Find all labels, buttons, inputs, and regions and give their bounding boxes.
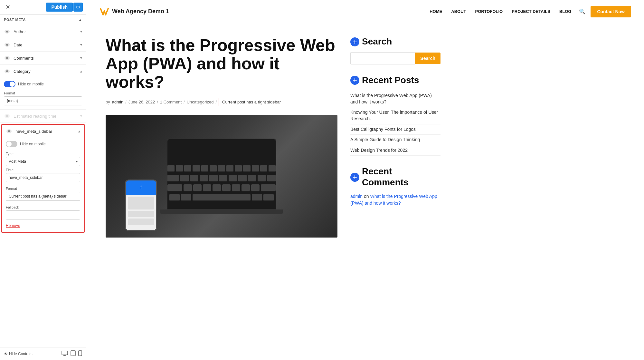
estimated-reading-row[interactable]: Estimated reading time ▾ — [0, 110, 86, 123]
settings-button[interactable]: ⚙ — [73, 3, 83, 12]
meta-separator-3: / — [184, 100, 185, 104]
neve-fallback-section: Fallback — [6, 205, 80, 222]
post-meta-header: POST META ▲ — [0, 15, 86, 25]
category-format-label: Format — [4, 91, 82, 95]
nav-about[interactable]: ABOUT — [451, 9, 466, 14]
search-input[interactable] — [350, 52, 415, 64]
recent-posts-list: What is the Progressive Web App (PWA) an… — [350, 91, 440, 156]
right-sidebar: Search Search Recent Posts What is the P… — [350, 36, 440, 347]
recent-post-item[interactable]: Best Calligraphy Fonts for Logos — [350, 124, 440, 135]
recent-post-item[interactable]: A Simple Guide to Design Thinking — [350, 135, 440, 145]
neve-field-section: Field — [6, 168, 80, 185]
top-bar: ✕ Publish ⚙ — [0, 0, 86, 15]
left-panel: ✕ Publish ⚙ POST META ▲ Author ▾ Date ▾ — [0, 0, 86, 360]
nav-portofolio[interactable]: PORTOFOLIO — [475, 9, 503, 14]
nav-blog[interactable]: BLOG — [559, 9, 572, 14]
neve-field-input[interactable] — [6, 173, 80, 182]
neve-hide-mobile-label: Hide on mobile — [20, 142, 46, 146]
bottom-bar: 👁 Hide Controls — [0, 347, 86, 360]
recent-comment-post-link[interactable]: What is the Progressive Web App (PWA) an… — [350, 194, 437, 206]
nav-project-details[interactable]: PROJECT DETAILS — [512, 9, 550, 14]
meta-separator-2: / — [157, 100, 158, 104]
nav-home[interactable]: HOME — [430, 9, 442, 14]
author-visibility-icon[interactable] — [4, 28, 10, 35]
post-author[interactable]: admin — [112, 100, 123, 104]
date-label: Date — [14, 43, 80, 47]
neve-field-label: Field — [6, 168, 80, 172]
category-label: Category — [14, 69, 80, 74]
search-icon-nav[interactable]: 🔍 — [579, 8, 585, 15]
neve-type-label: Type — [6, 152, 80, 156]
category-body: Hide on mobile Format — [0, 78, 86, 109]
svg-rect-12 — [62, 351, 68, 355]
publish-button[interactable]: Publish — [46, 3, 73, 12]
estimated-chevron: ▾ — [80, 114, 82, 118]
search-widget-title: Search — [350, 36, 440, 47]
neve-remove-link[interactable]: Remove — [6, 223, 20, 228]
neve-fallback-label: Fallback — [6, 205, 80, 209]
post-image: f — [106, 115, 337, 238]
post-by: by — [106, 100, 110, 104]
contact-now-button[interactable]: Contact Now — [591, 6, 631, 17]
svg-point-7 — [6, 70, 8, 72]
category-format-section: Format — [4, 91, 82, 105]
main-area: Web Agency Demo 1 HOME ABOUT PORTOFOLIO … — [86, 0, 644, 360]
article-main: What is the Progressive Web App (PWA) an… — [106, 36, 337, 347]
recent-comments-widget-title: Recent Comments — [350, 166, 440, 188]
author-row[interactable]: Author ▾ — [0, 25, 86, 38]
comments-visibility-icon[interactable] — [4, 55, 10, 61]
estimated-visibility-icon[interactable] — [4, 113, 10, 119]
comments-label: Comments — [14, 56, 80, 61]
search-go-button[interactable]: Search — [415, 53, 440, 64]
neve-visibility-icon[interactable] — [6, 128, 12, 134]
hide-controls-label: Hide Controls — [9, 352, 33, 356]
close-button[interactable]: ✕ — [3, 3, 12, 12]
neve-meta-label: neve_meta_sidebar — [15, 129, 78, 134]
recent-comment-on: on — [364, 194, 370, 199]
site-name: Web Agency Demo 1 — [112, 8, 169, 15]
date-visibility-icon[interactable] — [4, 42, 10, 48]
post-title: What is the Progressive Web App (PWA) an… — [106, 36, 337, 92]
author-chevron: ▾ — [80, 29, 82, 34]
recent-posts-widget-title: Recent Posts — [350, 75, 440, 86]
search-widget-form: Search — [350, 52, 440, 64]
post-comments[interactable]: 1 Comment — [160, 100, 182, 104]
neve-type-select[interactable]: Post Meta Custom Field Taxonomy — [6, 157, 80, 166]
eye-hide-icon: 👁 — [4, 352, 8, 356]
post-meta-collapse-icon[interactable]: ▲ — [79, 18, 82, 22]
recent-post-item[interactable]: Knowing Your User. The importance of Use… — [350, 107, 440, 124]
estimated-label: Estimated reading time — [14, 114, 80, 119]
comments-row[interactable]: Comments ▾ — [0, 52, 86, 65]
post-category[interactable]: Uncategorized — [187, 100, 214, 104]
svg-point-3 — [6, 44, 8, 46]
category-format-input[interactable] — [4, 96, 82, 105]
logo-icon — [99, 6, 109, 17]
category-hide-mobile-toggle[interactable] — [4, 81, 15, 87]
category-hide-mobile-label: Hide on mobile — [18, 82, 44, 86]
recent-post-item[interactable]: Web Design Trends for 2022 — [350, 145, 440, 156]
panel-scroll: Author ▾ Date ▾ Comments ▾ Categ — [0, 25, 86, 360]
tablet-view-button[interactable] — [71, 350, 76, 357]
svg-point-5 — [6, 57, 8, 59]
neve-hide-mobile-toggle[interactable] — [6, 141, 17, 147]
recent-comments-title-text: Recent Comments — [362, 166, 440, 188]
svg-point-16 — [73, 355, 73, 355]
neve-meta-header[interactable]: neve_meta_sidebar ▴ — [2, 125, 84, 138]
recent-comment-author-link[interactable]: admin — [350, 194, 363, 199]
hide-controls-button[interactable]: 👁 Hide Controls — [4, 352, 33, 356]
post-date: June 26, 2022 — [128, 100, 155, 104]
comments-chevron: ▾ — [80, 56, 82, 60]
mobile-view-button[interactable] — [78, 350, 82, 357]
neve-format-section: Format — [6, 187, 80, 203]
neve-fallback-input[interactable] — [6, 210, 80, 219]
category-header[interactable]: Category ▴ — [0, 65, 86, 78]
search-widget-title-text: Search — [362, 36, 392, 47]
recent-post-item[interactable]: What is the Progressive Web App (PWA) an… — [350, 91, 440, 107]
post-meta-title: POST META — [4, 18, 26, 22]
desktop-view-button[interactable] — [62, 350, 68, 357]
recent-posts-widget-icon — [350, 76, 359, 85]
svg-point-9 — [6, 115, 8, 117]
date-row[interactable]: Date ▾ — [0, 38, 86, 52]
neve-format-input[interactable] — [6, 192, 80, 201]
category-visibility-icon[interactable] — [4, 68, 10, 74]
